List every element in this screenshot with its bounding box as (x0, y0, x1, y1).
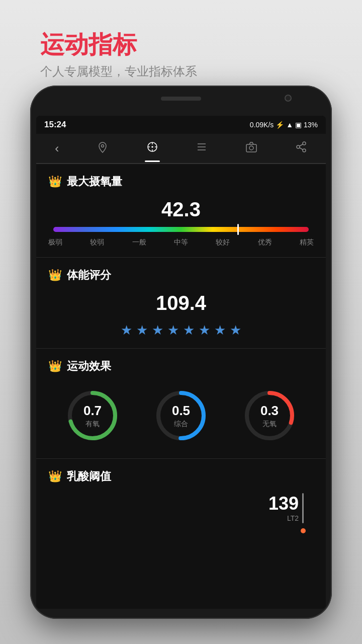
phone-camera (285, 95, 292, 102)
lactate-chart-area: 139 LT2 (48, 493, 314, 533)
camera-icon (245, 141, 257, 156)
lactate-value-block: 139 LT2 (268, 493, 299, 533)
status-icons: ⚡ ▲ ▣ (276, 121, 302, 129)
star-3: ★ (152, 323, 163, 338)
bar-label-3: 一般 (132, 238, 146, 247)
fitness-value: 109.4 (48, 292, 314, 314)
anaerobic-center: 0.3 无氧 (260, 403, 279, 429)
svg-point-12 (303, 142, 306, 145)
svg-point-2 (152, 146, 153, 147)
aerobic-label: 有氧 (83, 420, 102, 429)
fitness-section: 👑 体能评分 109.4 ★ ★ ★ ★ ★ ★ ★ ★ (36, 258, 326, 349)
bar-labels: 极弱 较弱 一般 中等 较好 优秀 精英 (48, 238, 314, 247)
list-icon (196, 141, 208, 156)
stars-row: ★ ★ ★ ★ ★ ★ ★ ★ (48, 323, 314, 338)
bar-label-5: 较好 (216, 238, 230, 247)
status-bar: 15:24 0.09K/s ⚡ ▲ ▣ 13% (36, 116, 326, 134)
star-1: ★ (121, 323, 132, 338)
lactate-section: 👑 乳酸阈值 139 LT2 (36, 459, 326, 548)
nav-back[interactable]: ‹ (55, 141, 59, 155)
share-icon (295, 141, 307, 156)
bar-label-7: 精英 (300, 238, 314, 247)
lactate-sub-label: LT2 (268, 514, 299, 522)
anaerobic-circle-wrapper: 0.3 无氧 (242, 388, 297, 443)
map-icon (97, 141, 109, 156)
anaerobic-value: 0.3 (260, 403, 279, 419)
lactate-value: 139 (268, 493, 299, 514)
page-subtitle: 个人专属模型，专业指标体系 (40, 63, 197, 79)
crown-icon-lactate: 👑 (48, 470, 62, 483)
combined-value: 0.5 (172, 403, 190, 419)
star-7: ★ (214, 323, 226, 338)
star-2: ★ (136, 323, 148, 338)
nav-share[interactable] (295, 141, 307, 156)
svg-point-14 (303, 149, 306, 152)
bar-label-4: 中等 (174, 238, 188, 247)
aerobic-circle-item: 0.7 有氧 (65, 388, 120, 443)
phone-speaker (161, 97, 201, 101)
crown-icon-vo2max: 👑 (48, 175, 62, 188)
phone-side-button (331, 186, 332, 216)
exercise-effect-title-row: 👑 运动效果 (48, 359, 314, 374)
scroll-content[interactable]: 👑 最大摄氧量 42.3 极弱 较弱 一般 中等 较好 优秀 精英 (36, 164, 326, 609)
aerobic-circle-wrapper: 0.7 有氧 (65, 388, 120, 443)
star-4: ★ (167, 323, 179, 338)
anaerobic-circle-item: 0.3 无氧 (242, 388, 297, 443)
nav-target[interactable] (146, 141, 158, 156)
fitness-label: 体能评分 (67, 268, 111, 283)
back-icon: ‹ (55, 141, 59, 155)
exercise-effect-section: 👑 运动效果 0.7 有氧 (36, 349, 326, 459)
status-battery: 13% (304, 121, 318, 129)
svg-point-0 (101, 144, 104, 147)
combined-circle-item: 0.5 综合 (153, 388, 209, 443)
rainbow-bar (53, 227, 309, 232)
combined-label: 综合 (172, 420, 190, 429)
crown-icon-exercise: 👑 (48, 360, 62, 373)
aerobic-center: 0.7 有氧 (83, 403, 102, 429)
nav-list[interactable] (196, 141, 208, 156)
rainbow-bar-container (53, 227, 309, 232)
crown-icon-fitness: 👑 (48, 269, 62, 282)
bar-label-2: 较弱 (90, 238, 104, 247)
lactate-dot (301, 528, 306, 533)
bar-label-1: 极弱 (48, 238, 62, 247)
nav-map[interactable] (97, 141, 109, 156)
phone-screen: 15:24 0.09K/s ⚡ ▲ ▣ 13% ‹ (36, 116, 326, 609)
svg-point-13 (297, 145, 300, 148)
aerobic-value: 0.7 (83, 403, 102, 419)
anaerobic-label: 无氧 (260, 420, 279, 429)
page-header: 运动指标 个人专属模型，专业指标体系 (40, 30, 197, 79)
star-6: ★ (199, 323, 210, 338)
fitness-title-row: 👑 体能评分 (48, 268, 314, 283)
lactate-title-row: 👑 乳酸阈值 (48, 469, 314, 484)
page-title: 运动指标 (40, 30, 197, 59)
vo2max-section: 👑 最大摄氧量 42.3 极弱 较弱 一般 中等 较好 优秀 精英 (36, 164, 326, 258)
rainbow-marker (237, 224, 239, 235)
svg-point-11 (249, 146, 253, 150)
star-8: ★ (230, 323, 241, 338)
vo2max-label: 最大摄氧量 (67, 174, 122, 189)
nav-bar: ‹ (36, 134, 326, 164)
combined-circle-wrapper: 0.5 综合 (153, 388, 209, 443)
bar-label-6: 优秀 (258, 238, 272, 247)
status-network: 0.09K/s (250, 121, 274, 129)
vo2max-title-row: 👑 最大摄氧量 (48, 174, 314, 189)
status-right: 0.09K/s ⚡ ▲ ▣ 13% (250, 121, 318, 129)
combined-center: 0.5 综合 (172, 403, 190, 429)
vo2max-value: 42.3 (48, 198, 314, 221)
target-icon (146, 141, 158, 156)
svg-line-15 (299, 148, 303, 150)
exercise-effect-label: 运动效果 (67, 359, 111, 374)
svg-line-16 (299, 144, 303, 146)
lactate-line (302, 493, 304, 523)
phone-frame: 15:24 0.09K/s ⚡ ▲ ▣ 13% ‹ (30, 86, 332, 619)
status-time: 15:24 (44, 120, 66, 130)
effect-circles: 0.7 有氧 0.5 (48, 383, 314, 448)
lactate-label: 乳酸阈值 (67, 469, 111, 484)
nav-camera[interactable] (245, 141, 257, 156)
star-5: ★ (183, 323, 195, 338)
